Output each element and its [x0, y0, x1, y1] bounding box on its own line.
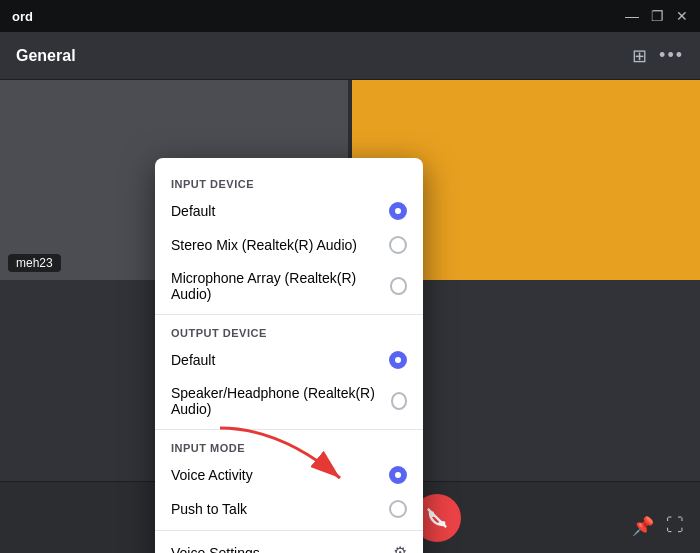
input-mode-push-to-talk[interactable]: Push to Talk: [155, 492, 423, 526]
titlebar-controls: — ❐ ✕: [625, 8, 688, 24]
input-device-default[interactable]: Default: [155, 194, 423, 228]
input-device-stereo-radio[interactable]: [389, 236, 407, 254]
output-device-section-title: Output Device: [155, 319, 423, 343]
output-device-default-label: Default: [171, 352, 215, 368]
divider-2: [155, 429, 423, 430]
pin-icon[interactable]: 📌: [632, 515, 654, 537]
voice-settings-row[interactable]: Voice Settings ⚙: [155, 535, 423, 553]
input-mode-voice-label: Voice Activity: [171, 467, 253, 483]
main-content: meh23 mmehv Input Device Default Stereo …: [0, 80, 700, 553]
divider-1: [155, 314, 423, 315]
input-device-stereo-label: Stereo Mix (Realtek(R) Audio): [171, 237, 357, 253]
close-button[interactable]: ✕: [676, 8, 688, 24]
input-device-stereo-mix[interactable]: Stereo Mix (Realtek(R) Audio): [155, 228, 423, 262]
output-device-speaker-label: Speaker/Headphone (Realtek(R) Audio): [171, 385, 391, 417]
input-mode-voice-radio[interactable]: [389, 466, 407, 484]
voice-settings-label: Voice Settings: [171, 545, 260, 554]
input-mode-push-radio[interactable]: [389, 500, 407, 518]
input-device-section-title: Input Device: [155, 170, 423, 194]
app-title: ord: [12, 9, 33, 24]
input-device-mic-radio[interactable]: [390, 277, 407, 295]
grid-view-icon[interactable]: ⊞: [632, 45, 647, 67]
titlebar: ord — ❐ ✕: [0, 0, 700, 32]
divider-3: [155, 530, 423, 531]
fullscreen-icon[interactable]: ⛶: [666, 515, 684, 537]
end-call-icon: [426, 507, 448, 529]
username-badge-1: meh23: [8, 254, 61, 272]
more-options-icon[interactable]: •••: [659, 45, 684, 66]
input-device-default-radio[interactable]: [389, 202, 407, 220]
output-device-default-radio[interactable]: [389, 351, 407, 369]
input-mode-voice-activity[interactable]: Voice Activity: [155, 458, 423, 492]
input-mode-push-label: Push to Talk: [171, 501, 247, 517]
corner-actions: 📌 ⛶: [632, 515, 684, 537]
header-actions: ⊞ •••: [632, 45, 684, 67]
page-title: General: [16, 47, 76, 65]
audio-settings-dropdown: Input Device Default Stereo Mix (Realtek…: [155, 158, 423, 553]
maximize-button[interactable]: ❐: [651, 8, 664, 24]
input-device-default-label: Default: [171, 203, 215, 219]
output-device-default[interactable]: Default: [155, 343, 423, 377]
output-device-speaker-radio[interactable]: [391, 392, 407, 410]
input-device-mic-label: Microphone Array (Realtek(R) Audio): [171, 270, 390, 302]
minimize-button[interactable]: —: [625, 8, 639, 24]
input-mode-section-title: Input Mode: [155, 434, 423, 458]
gear-icon[interactable]: ⚙: [393, 543, 407, 553]
input-device-microphone-array[interactable]: Microphone Array (Realtek(R) Audio): [155, 262, 423, 310]
output-device-speaker[interactable]: Speaker/Headphone (Realtek(R) Audio): [155, 377, 423, 425]
app-header: General ⊞ •••: [0, 32, 700, 80]
